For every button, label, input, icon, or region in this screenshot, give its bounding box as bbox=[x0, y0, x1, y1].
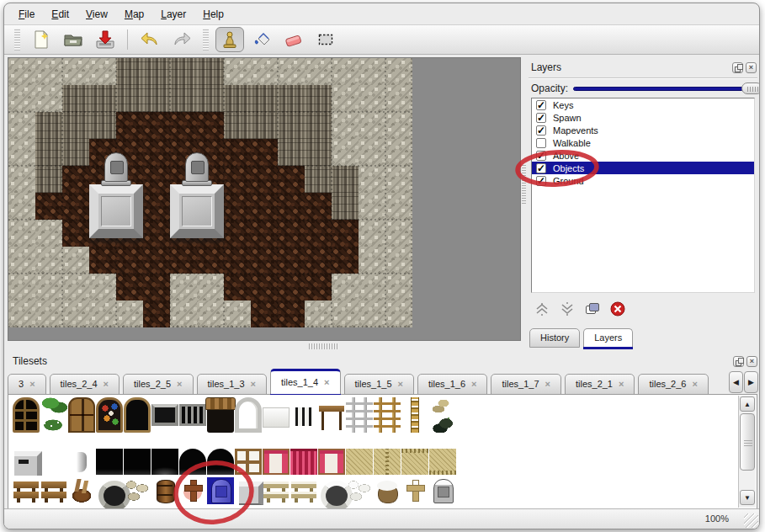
checked-checkbox-icon[interactable]: ✓ bbox=[536, 163, 546, 173]
map-tile-light-rock[interactable] bbox=[385, 166, 412, 193]
map-tile-light-rock[interactable] bbox=[359, 58, 385, 85]
checked-checkbox-icon[interactable]: ✓ bbox=[536, 176, 546, 186]
map-tile-light-rock[interactable] bbox=[332, 58, 359, 85]
map-tile-light-rock[interactable] bbox=[35, 301, 62, 327]
map-tile-light-rock[interactable] bbox=[8, 139, 35, 166]
checked-checkbox-icon[interactable]: ✓ bbox=[536, 151, 546, 161]
tile-curtain-window[interactable] bbox=[318, 449, 345, 475]
map-tile-cobble-floor[interactable] bbox=[197, 247, 224, 274]
close-tab-icon[interactable]: × bbox=[545, 379, 550, 389]
tile-gray-wedge[interactable] bbox=[77, 452, 87, 472]
map-tile-cobble-floor[interactable] bbox=[251, 220, 278, 247]
tile-barrel[interactable] bbox=[151, 477, 178, 504]
tile-plant-roots[interactable] bbox=[429, 397, 456, 433]
layer-row-objects[interactable]: ✓Objects bbox=[532, 162, 754, 174]
tile-flower-box[interactable] bbox=[40, 397, 67, 433]
map-tile-light-rock[interactable] bbox=[359, 112, 385, 139]
layer-row-mapevents[interactable]: ✓Mapevents bbox=[532, 124, 754, 136]
opacity-slider-handle[interactable] bbox=[741, 82, 760, 94]
close-tab-icon[interactable]: × bbox=[104, 379, 109, 389]
tileset-tab-tiles_2_5[interactable]: tiles_2_5× bbox=[123, 374, 193, 395]
map-tile-cliff-rock[interactable] bbox=[170, 85, 197, 112]
map-tile-cobble-floor[interactable] bbox=[170, 112, 197, 139]
menu-layer[interactable]: Layer bbox=[153, 6, 194, 23]
delete-layer-button[interactable] bbox=[608, 301, 628, 320]
map-tile-cobble-floor[interactable] bbox=[143, 166, 170, 193]
map-tile-cobble-floor[interactable] bbox=[332, 247, 359, 274]
tileset-scrollbar[interactable]: ▲ ▼ bbox=[738, 396, 756, 508]
tile-awning-stall[interactable] bbox=[207, 397, 234, 433]
tile-map[interactable] bbox=[8, 58, 412, 327]
map-tile-light-rock[interactable] bbox=[62, 274, 89, 301]
map-tile-cliff-rock[interactable] bbox=[89, 85, 116, 112]
map-tile-cobble-floor[interactable] bbox=[305, 274, 332, 301]
map-tile-light-rock[interactable] bbox=[385, 220, 412, 247]
tile-snowy-stones[interactable] bbox=[346, 477, 373, 504]
map-tile-cliff-rock[interactable] bbox=[278, 112, 305, 139]
tile-snowy-mound[interactable] bbox=[374, 477, 401, 504]
tile-curtain-window[interactable] bbox=[263, 449, 290, 475]
map-tile-cliff-rock[interactable] bbox=[305, 112, 332, 139]
tile-stone-furnace[interactable] bbox=[13, 449, 40, 475]
map-tile-light-rock[interactable] bbox=[8, 85, 35, 112]
map-tile-cobble-floor[interactable] bbox=[89, 247, 116, 274]
map-tile-light-rock[interactable] bbox=[359, 301, 385, 327]
map-tile-cliff-rock[interactable] bbox=[143, 85, 170, 112]
undo-button[interactable] bbox=[135, 27, 164, 52]
close-tab-icon[interactable]: × bbox=[398, 379, 403, 389]
map-tile-cobble-floor[interactable] bbox=[197, 112, 224, 139]
map-tile-cobble-floor[interactable] bbox=[143, 220, 170, 247]
map-tile-cobble-floor[interactable] bbox=[143, 247, 170, 274]
opacity-slider[interactable] bbox=[573, 82, 757, 94]
map-tile-cobble-floor[interactable] bbox=[278, 220, 305, 247]
tile-black-arch[interactable] bbox=[179, 449, 206, 475]
close-tab-icon[interactable]: × bbox=[692, 379, 697, 389]
menu-map[interactable]: Map bbox=[117, 6, 151, 23]
map-tile-cliff-rock[interactable] bbox=[62, 85, 89, 112]
move-layer-up-button[interactable] bbox=[532, 301, 552, 320]
tile-snowy-cross[interactable] bbox=[401, 477, 428, 504]
map-tile-cobble-floor[interactable] bbox=[224, 220, 251, 247]
map-tile-cliff-rock[interactable] bbox=[35, 166, 62, 193]
tile-tombstone[interactable] bbox=[207, 477, 234, 504]
layer-row-spawn[interactable]: ✓Spawn bbox=[532, 111, 754, 124]
map-tile-cobble-floor[interactable] bbox=[116, 274, 143, 301]
map-tile-light-rock[interactable] bbox=[35, 247, 62, 274]
map-tile-light-rock[interactable] bbox=[89, 301, 116, 327]
map-tile-cobble-floor[interactable] bbox=[332, 220, 359, 247]
tile-snowy-bench[interactable] bbox=[290, 477, 317, 504]
toolbar-grip[interactable] bbox=[14, 29, 20, 51]
map-tile-light-rock[interactable] bbox=[332, 274, 359, 301]
close-tab-icon[interactable]: × bbox=[324, 377, 329, 387]
map-tile-cliff-rock[interactable] bbox=[278, 85, 305, 112]
map-tile-cobble-floor[interactable] bbox=[224, 193, 251, 220]
tile-white-arch[interactable] bbox=[235, 397, 262, 433]
map-tile-cobble-floor[interactable] bbox=[143, 139, 170, 166]
map-tile-cobble-floor[interactable] bbox=[251, 247, 278, 274]
map-tile-cobble-floor[interactable] bbox=[278, 301, 305, 327]
tab-history[interactable]: History bbox=[529, 328, 580, 348]
map-tile-light-rock[interactable] bbox=[35, 58, 62, 85]
tile-broken-barrel[interactable] bbox=[68, 477, 95, 504]
scroll-tabs-left-button[interactable]: ◀ bbox=[729, 371, 743, 393]
checked-checkbox-icon[interactable]: ✓ bbox=[536, 100, 546, 110]
tile-black-arch[interactable] bbox=[207, 449, 234, 475]
eraser-tool-button[interactable] bbox=[279, 27, 308, 52]
map-tile-light-rock[interactable] bbox=[359, 220, 385, 247]
map-tile-cobble-floor[interactable] bbox=[224, 247, 251, 274]
tileset-tab-tiles_1_6[interactable]: tiles_1_6× bbox=[417, 374, 487, 395]
tile-wooden-bench[interactable] bbox=[40, 477, 67, 504]
save-button[interactable] bbox=[91, 27, 120, 52]
tileset-tab-tiles_1_5[interactable]: tiles_1_5× bbox=[344, 374, 414, 395]
tile-wooden-table[interactable] bbox=[318, 397, 345, 433]
tile-black-tile[interactable] bbox=[124, 449, 151, 475]
tileset-tab-3[interactable]: 3× bbox=[8, 374, 46, 395]
stone-monument[interactable] bbox=[170, 152, 224, 245]
map-tile-cobble-floor[interactable] bbox=[143, 193, 170, 220]
map-tile-cliff-rock[interactable] bbox=[35, 139, 62, 166]
tile-rope-ladder[interactable] bbox=[374, 397, 401, 433]
layer-row-above[interactable]: ✓Above bbox=[532, 149, 754, 162]
map-tile-cobble-floor[interactable] bbox=[251, 301, 278, 327]
map-tile-cobble-floor[interactable] bbox=[116, 247, 143, 274]
tile-tan-floor-edge-bottom[interactable] bbox=[429, 449, 456, 475]
